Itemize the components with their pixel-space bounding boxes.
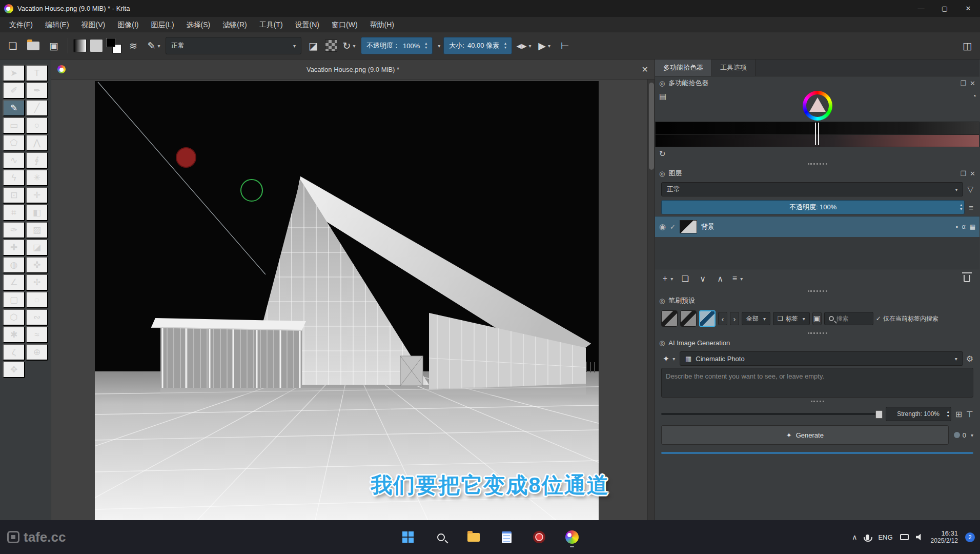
assistants-tool[interactable]: ✜ [26, 256, 48, 273]
polygon-tool[interactable]: ⬠ [3, 134, 25, 151]
speaker-icon[interactable] [916, 534, 924, 541]
mirror-horizontal-button[interactable]: ◀▶▾ [515, 36, 533, 55]
bezier-curve-tool[interactable]: ∿ [3, 152, 25, 169]
opacity-spinner[interactable]: ▴▾ [425, 42, 427, 50]
menu-help[interactable]: 帮助(H) [364, 17, 400, 32]
canvas-viewport[interactable] [51, 80, 655, 520]
touch-keyboard-icon[interactable] [900, 534, 909, 540]
enclose-fill-tool[interactable]: ◍ [3, 256, 25, 273]
rectangle-tool[interactable]: ▭ [3, 117, 25, 134]
color-selector-area[interactable]: ▤ ◔ [655, 90, 979, 122]
strength-spinner[interactable]: ▴▾ [947, 410, 949, 418]
preset-filter-dropdown[interactable]: 全部▾ [742, 312, 770, 325]
add-layer-button[interactable]: +▾ [660, 271, 676, 286]
ai-prompt-input[interactable] [661, 368, 973, 398]
maximize-button[interactable]: ▢ [933, 0, 956, 17]
ellipse-select-tool[interactable]: ◌ [26, 291, 48, 308]
edit-shapes-tool[interactable]: ✐ [3, 82, 25, 99]
transform-tool[interactable]: ⊡ [3, 187, 25, 204]
duplicate-layer-button[interactable]: ❏ [678, 271, 693, 286]
vertical-scrollbar-thumb[interactable] [649, 83, 654, 170]
zoom-tool[interactable]: ⊕ [26, 344, 48, 361]
move-layer-down-button[interactable]: ∨ [695, 271, 710, 286]
docker-lock-icon[interactable]: ◎ [659, 170, 665, 177]
delete-layer-button[interactable] [959, 271, 974, 286]
layer-row-background[interactable]: ◉ ✓ 背景 ▪ α ▦ [655, 216, 979, 237]
preserve-alpha-button[interactable] [325, 39, 337, 52]
new-document-button[interactable]: ❏ [4, 36, 22, 55]
strength-slider[interactable] [661, 413, 882, 415]
layer-visibility-eye-icon[interactable]: ◉ [659, 222, 666, 231]
pattern-chooser[interactable] [90, 39, 103, 52]
vertical-scrollbar[interactable] [647, 80, 655, 520]
brush-preset-3-selected[interactable] [699, 310, 716, 327]
menu-view[interactable]: 视图(V) [75, 17, 112, 32]
tab-tool-options[interactable]: 工具选项 [712, 60, 756, 76]
close-docker-icon[interactable]: ✕ [970, 80, 975, 87]
open-document-button[interactable] [25, 36, 42, 55]
eraser-mode-button[interactable]: ◪ [304, 36, 322, 55]
polyline-tool[interactable]: ⋀ [26, 134, 48, 151]
recent-tags-button[interactable]: ▣ [812, 312, 822, 325]
preset-search-box[interactable] [824, 312, 873, 325]
multibrush-tool[interactable]: ✳ [26, 169, 48, 186]
chevron-down-icon[interactable]: ▾ [438, 43, 440, 49]
bezier-select-tool[interactable]: ≈ [26, 326, 48, 343]
canvas-image[interactable] [95, 81, 599, 520]
file-explorer-button[interactable] [463, 526, 484, 548]
menu-select[interactable]: 选择(S) [180, 17, 217, 32]
notepad-app-button[interactable] [496, 526, 517, 548]
tags-button[interactable]: ❏标签▾ [773, 312, 810, 325]
layer-inherit-alpha-icon[interactable]: ▦ [970, 223, 975, 230]
line-tool[interactable]: ╱ [26, 100, 48, 116]
freehand-path-tool[interactable]: ∮ [26, 152, 48, 169]
brush-size-chip[interactable]: 大小: 40.00 像素 ▴▾ [443, 37, 512, 54]
gradient-menu-button[interactable]: ≋ [125, 36, 142, 55]
taskbar-clock[interactable]: 16:31 2025/2/12 [931, 529, 958, 545]
gradient-tool[interactable]: ◧ [26, 204, 48, 221]
measure-tool[interactable]: ∠ [3, 274, 25, 291]
close-docker-icon[interactable]: ✕ [970, 170, 975, 177]
preset-search-input[interactable] [836, 315, 867, 322]
microphone-icon[interactable] [866, 535, 869, 540]
presets-prev-button[interactable]: ‹ [718, 312, 727, 325]
reload-preset-button[interactable]: ↻▾ [340, 36, 358, 55]
layer-blend-mode-dropdown[interactable]: 正常 ▾ [661, 182, 963, 196]
queue-indicator[interactable]: 0 ▾ [954, 431, 973, 439]
fg-bg-color-widget[interactable] [106, 38, 121, 53]
notification-badge[interactable]: 2 [965, 532, 975, 542]
brush-editor-button[interactable]: ✎▾ [145, 36, 162, 55]
docker-splitter[interactable] [655, 161, 979, 167]
opacity-slider-chip[interactable]: 不透明度： 100% ▴▾ [361, 37, 433, 54]
refresh-icon[interactable]: ↻ [659, 149, 666, 159]
wraparound-mode-button[interactable]: ⊢ [556, 36, 574, 55]
move-tool[interactable]: ✛ [26, 187, 48, 204]
gradient-chooser[interactable] [73, 39, 87, 52]
move-layer-up-button[interactable]: ∧ [712, 271, 728, 286]
float-docker-icon[interactable]: ❐ [960, 170, 966, 177]
menu-image[interactable]: 图像(I) [111, 17, 145, 32]
tray-overflow-chevron-icon[interactable]: ∧ [852, 533, 857, 541]
input-language[interactable]: ENG [878, 533, 892, 541]
search-scope-checkbox[interactable]: ✓仅在当前标签内搜索 [876, 314, 938, 323]
document-close-icon[interactable]: ✕ [642, 65, 648, 74]
freehand-select-tool[interactable]: ∾ [26, 309, 48, 326]
color-list-icon[interactable]: ▤ [659, 92, 666, 101]
layer-alpha-icon[interactable]: α [962, 223, 966, 230]
brush-preset-2[interactable] [680, 310, 697, 327]
brush-preset-1[interactable] [661, 310, 678, 327]
mirror-vertical-button[interactable]: ▶▾ [536, 36, 553, 55]
docker-splitter[interactable] [655, 288, 979, 294]
apply-result-icon[interactable]: ⊞ [955, 409, 962, 419]
start-button[interactable] [398, 526, 418, 548]
menu-filter[interactable]: 滤镜(R) [216, 17, 253, 32]
ai-settings-gear-icon[interactable]: ⚙ [966, 354, 973, 364]
rect-select-tool[interactable]: ▢ [3, 291, 25, 308]
generate-button[interactable]: ✦ Generate [661, 425, 949, 445]
similar-select-tool[interactable]: ✱ [3, 326, 25, 343]
color-history-icon[interactable]: ◔ [972, 92, 976, 100]
prompt-resize-grip[interactable] [655, 398, 979, 405]
select-shapes-tool[interactable]: ➤ [3, 65, 25, 82]
strength-value-box[interactable]: Strength: 100% ▴▾ [886, 407, 951, 421]
docker-lock-icon[interactable]: ◎ [659, 297, 665, 305]
